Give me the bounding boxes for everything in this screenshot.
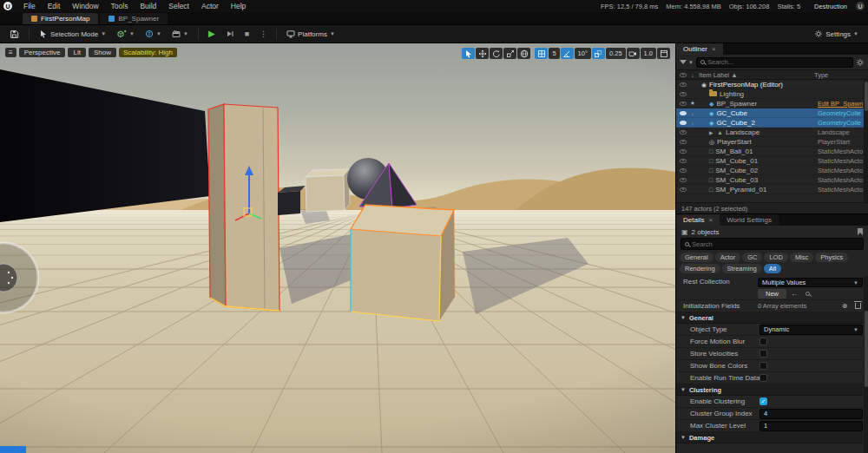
stop-button[interactable]: ■ (240, 27, 253, 41)
show-flags-dropdown[interactable]: Show (89, 48, 116, 57)
chip-physics[interactable]: Physics (815, 253, 848, 262)
outliner-row-sm-cube-01[interactable]: □ SM_Cube_01 StaticMeshActo (676, 156, 868, 166)
force-motion-blur-checkbox[interactable] (760, 338, 767, 345)
visibility-eye-icon[interactable] (680, 111, 687, 115)
visibility-eye-icon[interactable] (680, 168, 687, 173)
scale-snap-toggle[interactable] (592, 48, 605, 59)
tab-bp-spawner[interactable]: BP_Spawner (100, 13, 168, 24)
section-clustering[interactable]: ▼ Clustering (676, 384, 863, 396)
new-asset-button[interactable]: New (758, 289, 786, 299)
visibility-eye-icon[interactable] (680, 149, 687, 154)
menu-select[interactable]: Select (162, 2, 195, 10)
tab-details[interactable]: Details × (676, 214, 720, 226)
visibility-eye-icon[interactable] (680, 140, 687, 144)
quick-add-dropdown[interactable]: ▼ (112, 27, 139, 41)
tab-firstpersonmap[interactable]: FirstPersonMap (23, 13, 98, 24)
max-cluster-level-field[interactable]: 1 (760, 421, 863, 431)
camera-speed-value[interactable]: 1.0 (641, 48, 656, 59)
rest-collection-dropdown[interactable]: Multiple Values ▼ (758, 278, 863, 287)
grid-snap-value[interactable]: 5 (549, 48, 559, 59)
browse-asset-icon[interactable] (802, 289, 812, 299)
details-search-input[interactable] (692, 240, 859, 248)
settings-dropdown[interactable]: Settings ▼ (810, 27, 863, 41)
visibility-eye-icon[interactable] (680, 130, 687, 135)
enable-clustering-checkbox[interactable] (760, 397, 767, 405)
tab-outliner[interactable]: Outliner × (676, 43, 723, 55)
platforms-dropdown[interactable]: Platforms ▼ (282, 27, 339, 41)
menu-window[interactable]: Window (66, 2, 104, 10)
visibility-eye-icon[interactable] (680, 178, 687, 182)
actor-black-wall[interactable] (0, 69, 210, 222)
show-bone-colors-checkbox[interactable] (760, 362, 767, 370)
outliner-row-sm-pyramid-01[interactable]: □ SM_Pyramid_01 StaticMeshActo (676, 185, 868, 194)
rotate-tool-button[interactable] (490, 48, 503, 59)
cinematics-dropdown[interactable]: ▼ (168, 27, 193, 41)
outliner-row-playerstart[interactable]: ◎ PlayerStart PlayerStart (676, 137, 868, 147)
scale-snap-value[interactable]: 0.25 (606, 48, 626, 59)
delete-elements-icon[interactable] (852, 301, 863, 311)
play-options-button[interactable]: ⋮ (255, 27, 271, 41)
close-icon[interactable]: × (708, 216, 713, 224)
bookmark-icon[interactable] (858, 228, 863, 235)
outliner-scrollbar[interactable] (864, 80, 868, 202)
edit-bp-spawner-link[interactable]: Edit BP_Spawn (818, 100, 868, 108)
rotation-snap-value[interactable]: 10° (575, 48, 591, 59)
outliner-row-gc-cube-2[interactable]: ↓ ◈ GC_Cube_2 GeometryColle (676, 118, 868, 128)
save-button[interactable] (5, 27, 23, 41)
outliner-settings-button[interactable] (856, 58, 865, 67)
blueprints-dropdown[interactable]: ▼ (141, 27, 166, 41)
play-button[interactable]: ▶ (204, 27, 220, 41)
pin-icon[interactable]: ↓ (689, 120, 696, 126)
menu-actor[interactable]: Actor (195, 2, 225, 10)
actor-sm-cube[interactable] (306, 169, 350, 212)
scalability-badge[interactable]: Scalability: High (119, 48, 177, 57)
use-selected-asset-icon[interactable]: ← (789, 289, 799, 299)
chip-lod[interactable]: LOD (764, 253, 787, 262)
chip-general[interactable]: General (680, 253, 713, 262)
outliner-row-sm-ball-01[interactable]: □ SM_Ball_01 StaticMeshActo (676, 147, 868, 156)
menu-help[interactable]: Help (225, 2, 252, 10)
add-element-icon[interactable]: ⊕ (839, 301, 850, 311)
view-mode-dropdown[interactable]: Lit (68, 48, 85, 57)
menu-tools[interactable]: Tools (105, 2, 135, 10)
selection-mode-dropdown[interactable]: Selection Mode ▼ (35, 27, 110, 41)
chip-rendering[interactable]: Rendering (680, 264, 720, 273)
tab-world-settings[interactable]: World Settings (720, 214, 779, 226)
viewport-3d[interactable]: ≡ Perspective Lit Show Scalability: High… (0, 43, 675, 453)
outliner-row-firstpersonmap[interactable]: ◉ FirstPersonMap (Editor) (676, 80, 868, 89)
outliner-row-lighting[interactable]: Lighting (676, 89, 868, 99)
visibility-eye-icon[interactable] (680, 159, 687, 163)
column-item-label[interactable]: Item Label ▲ (699, 71, 812, 79)
chip-streaming[interactable]: Streaming (722, 264, 762, 273)
close-icon[interactable]: × (712, 45, 716, 53)
grid-snap-toggle[interactable] (535, 48, 548, 59)
enable-runtime-data-checkbox[interactable] (760, 374, 767, 382)
outliner-row-sm-cube-03[interactable]: □ SM_Cube_03 StaticMeshActo (676, 175, 868, 185)
outliner-filter-button[interactable]: ▼ (680, 60, 694, 65)
details-scrollbar[interactable] (864, 276, 868, 453)
maximize-viewport-button[interactable] (657, 48, 670, 59)
world-space-toggle[interactable] (517, 48, 530, 59)
chip-misc[interactable]: Misc (790, 253, 813, 262)
outliner-search[interactable] (696, 57, 853, 68)
section-general[interactable]: ▼ General (676, 312, 863, 324)
visibility-eye-icon[interactable] (680, 102, 687, 106)
chip-all[interactable]: All (764, 264, 781, 273)
rotation-snap-toggle[interactable] (561, 48, 574, 59)
outliner-row-gc-cube[interactable]: ↓ ◈ GC_Cube GeometryColle (676, 108, 868, 118)
details-search[interactable] (681, 238, 864, 250)
expander-icon[interactable]: ▶ (709, 129, 714, 135)
scale-tool-button[interactable] (503, 48, 516, 59)
store-velocities-checkbox[interactable] (760, 350, 767, 358)
outliner-row-bp-spawner[interactable]: ★ ◆ BP_Spawner Edit BP_Spawn (676, 99, 868, 108)
camera-mode-dropdown[interactable]: Perspective (19, 48, 66, 57)
section-damage[interactable]: ▼ Damage (676, 432, 863, 443)
frame-skip-button[interactable] (221, 27, 239, 41)
viewport-options-button[interactable]: ≡ (5, 48, 16, 57)
object-type-dropdown[interactable]: Dynamic ▼ (760, 325, 863, 335)
visibility-eye-icon[interactable] (680, 121, 687, 125)
favorite-star-icon[interactable]: ★ (689, 100, 696, 107)
outliner-search-input[interactable] (707, 58, 849, 66)
outliner-row-sm-cube-02[interactable]: □ SM_Cube_02 StaticMeshActo (676, 166, 868, 175)
chip-actor[interactable]: Actor (715, 253, 741, 262)
